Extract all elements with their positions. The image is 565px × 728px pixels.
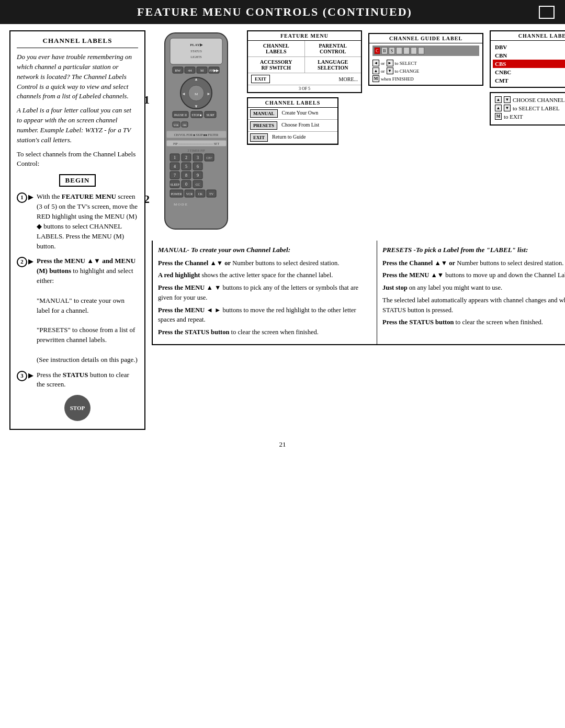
svg-text:CK: CK [198, 192, 203, 196]
presets-title: PRESETS -To pick a Label from the "LABEL… [382, 245, 565, 255]
down-arrow-btn[interactable]: ▼ [387, 67, 393, 74]
header-title: Feature Menu Controls (Continued) [10, 5, 539, 19]
step-3-circle: 3 [17, 371, 27, 381]
remote-svg: PLAY▶ STATUS LIGHTS RW 44 M FF▶▶ ▲ [152, 30, 241, 234]
fm-channel-labels[interactable]: CHANNELLABELS [248, 41, 305, 56]
cl-manual-btn[interactable]: MANUAL [250, 109, 278, 118]
svg-text:M  O  D  E: M O D E [174, 202, 187, 207]
cl-presets-note: Choose From List [279, 120, 337, 131]
sel-down-btn[interactable]: ▼ [504, 105, 511, 111]
cl-exit-btn[interactable]: EXIT [250, 133, 268, 142]
fm-page-num: 3 OF 5 [248, 85, 361, 92]
svg-text:STOP ■: STOP ■ [191, 113, 202, 117]
cl-header: CHANNEL LABELS [248, 98, 337, 108]
cgb-letter-1: C [374, 47, 380, 54]
or-label-1: or [381, 61, 385, 66]
presets-step-2: Press the MENU ▲▼ buttons to move up and… [382, 270, 565, 280]
svg-text:4: 4 [174, 164, 176, 169]
exit-row: M to EXIT [495, 113, 565, 120]
svg-text:PIP ——————————— SET: PIP ——————————— SET [173, 142, 219, 145]
cgb-letter-display: C B S [372, 46, 479, 56]
menus-column: FEATURE MENU CHANNELLABELS PARENTALCONTR… [247, 30, 362, 145]
cgb-letter-4 [396, 47, 402, 54]
step-3-text: Press the STATUS button to clear the scr… [37, 370, 138, 390]
manual-step-2: A red highlight shows the active letter … [158, 270, 371, 280]
svg-text:1: 1 [174, 155, 176, 160]
fm-language[interactable]: LANGUAGESELECTION [305, 57, 361, 73]
select-label-text: to SELECT LABEL [513, 105, 560, 111]
svg-text:POWER: POWER [171, 192, 182, 196]
svg-text:2: 2 [185, 155, 187, 160]
overlay-step-2: 2 [144, 192, 150, 206]
cgb-finished-row: M when FINISHED [372, 75, 479, 82]
cgb-header: CHANNEL GUIDE LABEL [369, 34, 482, 43]
left-panel: CHANNEL LABELS Do you ever have trouble … [9, 30, 145, 430]
presets-step-1: Press the Channel ▲▼ or Number buttons t… [382, 258, 565, 268]
presets-instructions-col: PRESETS -To pick a Label from the "LABEL… [377, 241, 565, 344]
m-btn[interactable]: M [372, 75, 379, 82]
step-2: 2 ▶ Press the MENU ▲▼ and MENU (M) butto… [17, 256, 138, 365]
manual-step-4: Press the MENU ◄ ► buttons to move the r… [158, 305, 371, 325]
rct-channels: DBV CBN CBS CNBC CMT [491, 41, 565, 87]
cgb-letter-6 [411, 47, 417, 54]
cl-exit-note: Return to Guide [270, 132, 337, 143]
svg-text:LIGHTS: LIGHTS [190, 55, 201, 59]
exit-m-btn[interactable]: M [495, 113, 502, 120]
feature-menu-row-1: CHANNELLABELS PARENTALCONTROL [248, 41, 361, 57]
fm-more-label[interactable]: MORE... [270, 76, 358, 82]
svg-text:OK: OK [183, 124, 187, 127]
feature-menu-box: FEATURE MENU CHANNELLABELS PARENTALCONTR… [247, 30, 362, 93]
svg-text:3: 3 [197, 155, 199, 160]
svg-text:CH+: CH+ [206, 156, 212, 160]
up-arrow-btn[interactable]: ▲ [372, 67, 379, 74]
svg-text:SURF: SURF [206, 113, 214, 117]
channel-labels-submenu: CHANNEL LABELS MANUAL Create Your Own PR… [247, 97, 338, 145]
cgb-letter-7 [418, 47, 424, 54]
cl-manual-note: Create Your Own [280, 108, 338, 119]
svg-text:FF▶▶: FF▶▶ [209, 69, 219, 73]
ch-up-btn[interactable]: ▲ [495, 96, 502, 103]
channel-list-controls: ▲ ▼ CHOOSE CHANNEL ▲ ▼ to SELECT LABEL M… [490, 92, 565, 126]
cl-presets-btn[interactable]: PRESETS [250, 121, 277, 130]
or-label-2: or [381, 69, 385, 74]
svg-text:PAUSE II: PAUSE II [174, 113, 187, 117]
svg-text:►: ► [207, 92, 211, 96]
left-arrow-btn[interactable]: ◄ [372, 60, 379, 66]
svg-text:2 TIMER PIP: 2 TIMER PIP [187, 149, 205, 152]
top-area: 1 2 PLAY▶ STATUS LIGHTS RW 44 [152, 30, 565, 236]
step-2-marker: 2 ▶ [17, 256, 33, 267]
step-1: 1 ▶ With the FEATURE MENU screen (3 of 5… [17, 192, 138, 251]
begin-box: BEGIN [17, 174, 138, 187]
step-1-marker: 1 ▶ [17, 192, 33, 203]
stop-wrapper: STOP [17, 395, 138, 421]
presets-step-4: The selected label automatically appears… [382, 295, 565, 315]
svg-text:◄: ◄ [182, 92, 186, 96]
manual-step-3: Press the MENU ▲ ▼ buttons to pick any o… [158, 283, 371, 303]
change-label: to CHANGE [395, 69, 420, 74]
ch-down-btn[interactable]: ▼ [504, 96, 511, 103]
svg-text:TV: TV [209, 192, 214, 196]
fm-exit-button[interactable]: EXIT [251, 75, 270, 83]
step-1-text: With the FEATURE MENU screen (3 of 5) on… [37, 192, 138, 251]
right-arrow-btn[interactable]: ► [387, 60, 393, 66]
bottom-instructions: MANUAL- To create your own Channel Label… [152, 241, 565, 345]
fm-accessory[interactable]: ACCESSORYRF SWITCH [248, 57, 305, 73]
choose-channel-label: CHOOSE CHANNEL [513, 97, 564, 103]
fm-parental-control[interactable]: PARENTALCONTROL [305, 41, 361, 56]
svg-text:▼: ▼ [194, 104, 198, 109]
step-2-arrow: ▶ [28, 257, 33, 267]
channel-dbv: DBV [493, 43, 565, 51]
svg-text:VCR: VCR [186, 192, 193, 196]
svg-text:▲: ▲ [194, 77, 198, 82]
main-content: CHANNEL LABELS Do you ever have trouble … [0, 24, 565, 433]
page-header: Feature Menu Controls (Continued) [0, 0, 565, 24]
step-3-marker: 3 ▶ [17, 370, 33, 381]
svg-text:0: 0 [185, 182, 187, 187]
select-label-row: ▲ ▼ to SELECT LABEL [495, 105, 565, 111]
select-instruction: To select channels from the Channel Labe… [17, 150, 138, 169]
remote-area: 1 2 PLAY▶ STATUS LIGHTS RW 44 [152, 30, 241, 236]
channel-cbn: CBN [493, 51, 565, 60]
sel-up-btn[interactable]: ▲ [495, 105, 502, 111]
cgb-letter-5 [403, 47, 410, 54]
select-label: to SELECT [395, 61, 417, 66]
